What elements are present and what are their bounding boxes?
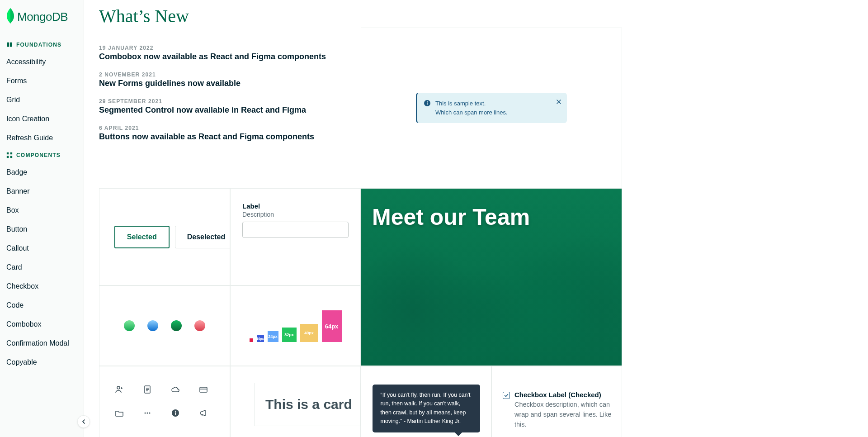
preview-checkbox: Checkbox Label (Checked) Checkbox descri… — [491, 366, 622, 437]
badge-shard-icon — [171, 320, 182, 331]
nav-item-callout[interactable]: Callout — [0, 239, 84, 258]
document-icon — [143, 385, 152, 394]
swatch-16: 16px — [257, 335, 264, 342]
news-date: 29 SEPTEMBER 2021 — [99, 98, 361, 104]
news-title: Segmented Control now available in React… — [99, 105, 361, 115]
nav-section-foundations[interactable]: FOUNDATIONS — [0, 37, 84, 52]
page-title: What’s New — [99, 5, 189, 27]
logo[interactable]: MongoDB — [0, 8, 84, 37]
svg-point-6 — [427, 101, 428, 102]
nav-item-confirmation-modal[interactable]: Confirmation Modal — [0, 334, 84, 353]
mongodb-leaf-icon — [6, 8, 14, 25]
badge-leaf-icon — [124, 320, 135, 331]
form-text-input[interactable] — [242, 222, 349, 238]
news-date: 6 APRIL 2021 — [99, 125, 361, 131]
svg-point-10 — [145, 413, 146, 414]
preview-size-swatches: 16px 24px 32px 40px 64px — [230, 285, 361, 366]
svg-rect-1 — [10, 152, 12, 154]
swatch-40: 40px — [300, 324, 318, 342]
swatch-24: 24px — [268, 331, 278, 342]
svg-point-11 — [147, 413, 148, 414]
info-icon — [424, 100, 431, 107]
nav-item-grid[interactable]: Grid — [0, 90, 84, 109]
news-item[interactable]: 6 APRIL 2021 Buttons now available as Re… — [99, 125, 361, 142]
preview-tooltip: “If you can't fly, then run. If you can'… — [361, 366, 491, 437]
nav-section-components[interactable]: COMPONENTS — [0, 147, 84, 163]
ellipsis-icon — [143, 408, 152, 418]
preview-icon-grid — [99, 366, 230, 437]
badge-globe-icon — [147, 320, 158, 331]
preview-banner: This is sample text. Which can span more… — [361, 28, 622, 188]
info-filled-icon — [171, 408, 180, 418]
nav-item-box[interactable]: Box — [0, 201, 84, 220]
news-date: 2 NOVEMBER 2021 — [99, 71, 361, 78]
banner-text: This is sample text. Which can span more… — [435, 99, 508, 117]
book-icon — [6, 42, 13, 48]
badge-chart-icon — [194, 320, 205, 331]
svg-rect-5 — [427, 103, 428, 105]
person-add-icon — [115, 385, 124, 394]
check-icon — [504, 393, 509, 398]
nav-item-checkbox[interactable]: Checkbox — [0, 277, 84, 296]
svg-rect-9 — [200, 387, 207, 392]
news-item[interactable]: 2 NOVEMBER 2021 New Forms guidelines now… — [99, 71, 361, 88]
sidebar: MongoDB FOUNDATIONS Accessibility Forms … — [0, 0, 84, 437]
info-banner: This is sample text. Which can span more… — [416, 93, 567, 123]
credit-card-icon — [199, 385, 208, 394]
banner-close-button[interactable] — [556, 98, 561, 106]
nav-item-code[interactable]: Code — [0, 296, 84, 315]
checkbox-input[interactable] — [503, 392, 510, 399]
swatch-8 — [250, 338, 253, 342]
segmented-deselected[interactable]: Deselected — [175, 226, 230, 248]
preview-form-input: Label Description — [230, 188, 361, 285]
form-description: Description — [242, 211, 349, 218]
team-title: Meet our Team — [372, 204, 530, 230]
nav-item-banner[interactable]: Banner — [0, 182, 84, 201]
main-content: What’s New 19 JANUARY 2022 Combobox now … — [84, 0, 868, 437]
preview-segmented-control: Selected Deselected — [99, 188, 230, 285]
nav-item-button[interactable]: Button — [0, 220, 84, 239]
svg-rect-0 — [7, 152, 9, 154]
nav-item-icon-creation[interactable]: Icon Creation — [0, 109, 84, 128]
checkbox-description: Checkbox description, which can wrap and… — [514, 400, 613, 429]
segmented-selected[interactable]: Selected — [114, 226, 170, 248]
swatch-32: 32px — [282, 328, 297, 342]
news-list: 19 JANUARY 2022 Combobox now available a… — [99, 28, 361, 188]
nav-item-copyable[interactable]: Copyable — [0, 353, 84, 372]
folder-icon — [115, 408, 124, 418]
news-title: Buttons now available as React and Figma… — [99, 132, 361, 142]
news-date: 19 JANUARY 2022 — [99, 45, 361, 51]
svg-rect-2 — [7, 156, 9, 158]
card-content: This is a card — [254, 383, 360, 426]
svg-rect-3 — [10, 156, 12, 158]
cloud-icon — [171, 385, 180, 394]
nav-item-forms[interactable]: Forms — [0, 71, 84, 90]
swatch-64: 64px — [322, 310, 342, 342]
news-title: New Forms guidelines now available — [99, 79, 361, 88]
svg-point-12 — [149, 413, 151, 414]
preview-team-image: Meet our Team — [361, 188, 622, 366]
nav-item-refresh-guide[interactable]: Refresh Guide — [0, 128, 84, 147]
megaphone-icon — [199, 408, 208, 418]
logo-text: MongoDB — [17, 10, 68, 24]
preview-card: This is a card — [230, 366, 361, 437]
nav-item-card[interactable]: Card — [0, 258, 84, 277]
svg-point-15 — [175, 411, 176, 412]
checkbox-label: Checkbox Label (Checked) — [514, 391, 613, 399]
preview-badges — [99, 285, 230, 366]
svg-rect-14 — [175, 413, 176, 415]
news-title: Combobox now available as React and Figm… — [99, 52, 361, 62]
nav-item-badge[interactable]: Badge — [0, 163, 84, 182]
close-icon — [556, 99, 561, 104]
nav-item-combobox[interactable]: Combobox — [0, 315, 84, 334]
svg-point-7 — [117, 386, 120, 389]
news-item[interactable]: 19 JANUARY 2022 Combobox now available a… — [99, 45, 361, 62]
news-item[interactable]: 29 SEPTEMBER 2021 Segmented Control now … — [99, 98, 361, 115]
nav-item-accessibility[interactable]: Accessibility — [0, 52, 84, 71]
grid-icon — [6, 152, 13, 158]
tooltip-bubble: “If you can't fly, then run. If you can'… — [373, 385, 480, 432]
form-label: Label — [242, 202, 349, 210]
